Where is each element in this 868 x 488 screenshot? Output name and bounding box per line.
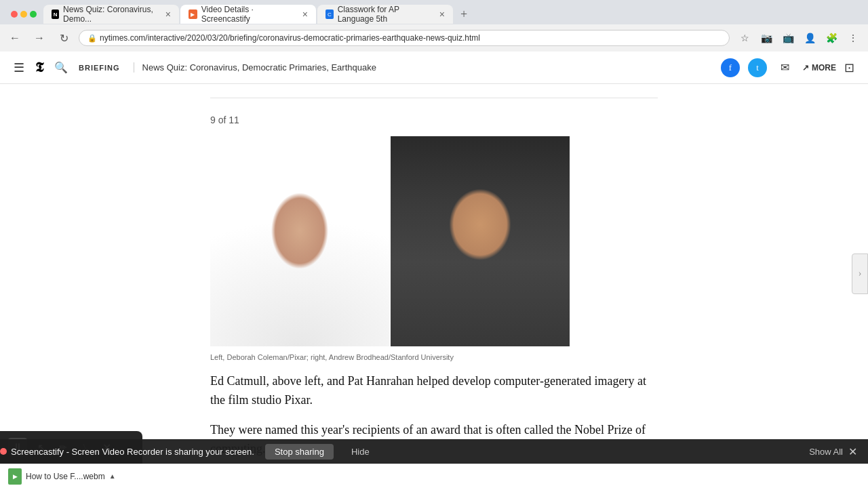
lock-icon: 🔒 [87,34,97,43]
photo-left [210,136,389,346]
nyt-logo[interactable]: 𝕿 [35,60,43,75]
show-all-button[interactable]: Show All [809,447,843,457]
close-screencast-button[interactable]: ✕ [848,445,857,458]
article-content: 9 of 11 Left, Deborah Coleman/Pixar; rig… [197,84,671,464]
screencast-bar: Screencastify - Screen Video Recorder is… [0,439,868,464]
nyt-header: ☰ 𝕿 🔍 BRIEFING News Quiz: Coronavirus, D… [0,52,868,84]
profile-icon[interactable]: 👤 [800,28,819,47]
content-area: 9 of 11 Left, Deborah Coleman/Pixar; rig… [0,84,868,464]
download-filename: How to Use F....webm [26,472,105,481]
twitter-icon[interactable]: t [748,58,767,77]
reload-button[interactable]: ↻ [54,28,73,47]
forward-button[interactable]: → [30,28,49,47]
url-text: nytimes.com/interactive/2020/03/20/brief… [100,33,480,43]
address-bar: ← → ↻ 🔒 nytimes.com/interactive/2020/03/… [0,24,868,52]
tab-nyt[interactable]: N News Quiz: Coronavirus, Demo... × [43,5,179,24]
tab-cl-favicon: C [326,9,334,19]
more-label: MORE [812,63,836,73]
header-left: ☰ 𝕿 🔍 BRIEFING News Quiz: Coronavirus, D… [14,60,721,75]
mail-icon[interactable]: ✉ [775,58,794,77]
hamburger-menu[interactable]: ☰ [14,60,24,75]
facebook-icon[interactable]: f [721,58,740,77]
tab-bar: N News Quiz: Coronavirus, Demo... × ▶ Vi… [0,0,868,24]
article-headline: News Quiz: Coronavirus, Democratic Prima… [134,62,376,73]
screencast-message-text: Screencastify - Screen Video Recorder is… [11,447,254,457]
tab-screencastify[interactable]: ▶ Video Details · Screencastify × [180,5,316,24]
download-item: ▶ How to Use F....webm ▲ [8,468,116,485]
tab-sc-close[interactable]: × [302,9,308,20]
back-button[interactable]: ← [5,28,24,47]
image-caption: Left, Deborah Coleman/Pixar; right, Andr… [210,353,658,361]
scroll-next-handle[interactable]: › [852,253,868,294]
hide-button[interactable]: Hide [344,444,376,460]
section-label: BRIEFING [79,64,120,72]
download-chevron-icon[interactable]: ▲ [109,472,116,480]
tab-sc-favicon: ▶ [189,9,197,19]
search-icon[interactable]: 🔍 [54,61,68,74]
menu-icon[interactable]: ⋮ [844,28,863,47]
tab-classwork[interactable]: C Classwork for AP Language 5th × [317,5,453,24]
close-dot[interactable] [11,11,18,18]
minimize-dot[interactable] [20,11,27,18]
tab-nyt-favicon: N [52,9,59,19]
save-icon[interactable]: ⊡ [844,60,854,75]
more-button[interactable]: ↗ MORE [802,63,836,73]
section-divider [210,98,658,98]
tab-nyt-close[interactable]: × [165,9,171,20]
chevron-right-icon: › [859,268,862,279]
extensions-icon[interactable]: 🧩 [822,28,841,47]
cast-icon[interactable]: 📺 [778,28,797,47]
url-input[interactable]: 🔒 nytimes.com/interactive/2020/03/20/bri… [79,30,730,46]
image-container [210,136,570,346]
header-right: f t ✉ ↗ MORE ⊡ [721,58,854,77]
download-bar: ▶ How to Use F....webm ▲ [0,464,868,488]
file-icon: ▶ [8,468,22,485]
tab-sc-label: Video Details · Screencastify [201,5,296,24]
screencast-message: Screencastify - Screen Video Recorder is… [0,447,254,457]
tab-nyt-label: News Quiz: Coronavirus, Demo... [63,5,159,24]
browser-chrome: N News Quiz: Coronavirus, Demo... × ▶ Vi… [0,0,868,52]
tab-cl-label: Classwork for AP Language 5th [338,5,433,24]
screenshot-icon[interactable]: 📷 [757,28,776,47]
bookmark-icon[interactable]: ☆ [735,28,754,47]
body-text-1: Ed Catmull, above left, and Pat Hanrahan… [210,372,658,410]
stop-sharing-button[interactable]: Stop sharing [265,444,334,460]
photo-right [391,136,570,346]
screencast-right: Show All ✕ [809,445,868,458]
new-tab-button[interactable]: + [454,5,473,24]
maximize-dot[interactable] [30,11,37,18]
share-icon: ↗ [802,63,809,73]
tab-cl-close[interactable]: × [439,9,445,20]
question-counter: 9 of 11 [210,115,658,125]
window-controls [5,11,42,18]
address-actions: ☆ 📷 📺 👤 🧩 ⋮ [735,28,863,47]
recording-dot [0,448,7,455]
